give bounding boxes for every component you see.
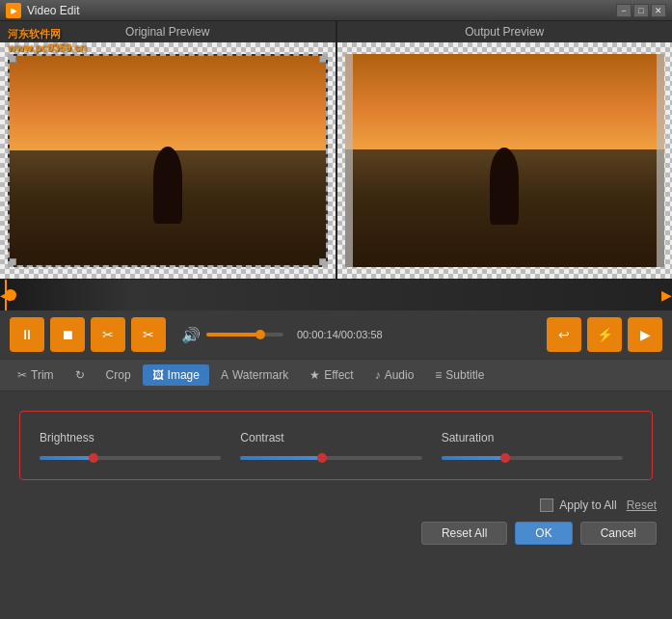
crop-handle-bl[interactable] xyxy=(9,258,16,266)
tab-crop[interactable]: Crop xyxy=(96,364,141,386)
crop-handle-tl[interactable] xyxy=(9,55,16,63)
contrast-fill xyxy=(240,456,322,460)
effect-tab-icon: ★ xyxy=(309,368,320,382)
saturation-group: Saturation xyxy=(432,431,632,460)
timeline-expand-right[interactable]: ▶ xyxy=(661,287,672,303)
brightness-label: Brightness xyxy=(40,431,221,444)
output-preview-panel: Output Preview xyxy=(337,21,673,279)
crop-tab-label: Crop xyxy=(106,368,131,382)
timeline-expand-left[interactable]: ◀ xyxy=(0,287,11,303)
right-bracket xyxy=(657,54,664,267)
ctrl-right-buttons: ↩ ⚡ ▶ xyxy=(547,317,662,352)
image-tab-label: Image xyxy=(168,368,200,382)
brightness-fill xyxy=(40,456,94,460)
volume-section: 🔊 xyxy=(181,326,283,344)
tabs-area: ✂ Trim ↻ Crop 🖼 Image A Watermark ★ Effe… xyxy=(0,359,672,391)
split-button[interactable]: ⚡ xyxy=(587,317,622,352)
brightness-group: Brightness xyxy=(40,431,230,460)
brightness-slider[interactable] xyxy=(40,456,221,460)
effect-tab-label: Effect xyxy=(324,368,353,382)
title-bar: ▶ Video Edit − □ ✕ xyxy=(0,0,672,21)
crop-handle-tr[interactable] xyxy=(319,55,327,63)
contrast-thumb[interactable] xyxy=(317,453,327,463)
left-bracket xyxy=(345,54,353,267)
cut-icon: ✂ xyxy=(102,327,114,342)
output-video-sky xyxy=(345,54,665,149)
time-display: 00:00:14/00:03:58 xyxy=(297,329,383,340)
audio-tab-label: Audio xyxy=(385,368,415,382)
cancel-button[interactable]: Cancel xyxy=(580,522,657,545)
stop-icon: ⏹ xyxy=(61,327,74,342)
subtitle-tab-icon: ≡ xyxy=(435,368,442,382)
settings-panel: Brightness Contrast Saturation xyxy=(0,391,672,499)
watermark-tab-icon: A xyxy=(221,368,228,382)
volume-icon[interactable]: 🔊 xyxy=(181,326,201,344)
export-button[interactable]: ▶ xyxy=(628,317,662,352)
undo-button[interactable]: ↩ xyxy=(547,317,581,352)
controls-area: ⏸ ⏹ ✂ ✂ 🔊 00:00:14/00:03:58 ↩ ⚡ ▶ xyxy=(0,310,672,359)
tab-audio[interactable]: ♪ Audio xyxy=(365,364,424,386)
crop-handle-br[interactable] xyxy=(319,258,327,266)
output-preview-content xyxy=(337,42,673,279)
cut-button[interactable]: ✂ xyxy=(91,317,125,352)
original-video-image xyxy=(10,56,326,265)
tab-image[interactable]: 🖼 Image xyxy=(143,364,209,386)
window-title: Video Edit xyxy=(27,4,616,17)
apply-row: Apply to All Reset xyxy=(0,493,672,518)
original-preview-panel: Original Preview xyxy=(0,21,336,279)
pause-icon: ⏸ xyxy=(20,327,34,342)
saturation-thumb[interactable] xyxy=(500,453,510,463)
maximize-button[interactable]: □ xyxy=(633,4,649,17)
contrast-slider[interactable] xyxy=(240,456,421,460)
saturation-fill xyxy=(442,456,505,460)
apply-to-all-text: Apply to All xyxy=(559,498,616,512)
apply-to-all-checkbox[interactable] xyxy=(540,498,553,512)
timeline-track[interactable]: ◀ ▶ xyxy=(0,280,672,310)
trim-tab-icon: ✂ xyxy=(17,368,27,382)
undo-icon: ↩ xyxy=(558,327,570,342)
volume-thumb[interactable] xyxy=(255,330,265,339)
tab-effect[interactable]: ★ Effect xyxy=(300,364,363,386)
minimize-button[interactable]: − xyxy=(616,4,632,17)
tab-rotate[interactable]: ↻ xyxy=(66,364,94,386)
watermark-tab-label: Watermark xyxy=(232,368,288,382)
contrast-slider-row xyxy=(240,456,421,460)
stop-button[interactable]: ⏹ xyxy=(50,317,85,352)
app-icon: ▶ xyxy=(6,3,21,18)
output-video-image xyxy=(345,54,665,267)
timeline-area[interactable]: ◀ ▶ xyxy=(0,280,672,310)
cut2-icon: ✂ xyxy=(143,327,154,342)
tab-trim[interactable]: ✂ Trim xyxy=(8,364,64,386)
video-sky xyxy=(10,56,326,150)
output-video-person xyxy=(490,148,519,225)
reset-link[interactable]: Reset xyxy=(627,498,657,512)
volume-slider[interactable] xyxy=(206,333,283,336)
audio-tab-icon: ♪ xyxy=(375,368,381,382)
sliders-container: Brightness Contrast Saturation xyxy=(19,411,653,480)
brightness-thumb[interactable] xyxy=(89,453,98,463)
video-person xyxy=(153,147,182,224)
image-tab-icon: 🖼 xyxy=(152,368,164,382)
trim-tab-label: Trim xyxy=(31,368,54,382)
apply-to-all-label[interactable]: Apply to All xyxy=(540,498,616,512)
original-preview-content xyxy=(0,42,336,279)
preview-area: Original Preview Output Preview xyxy=(0,21,672,280)
close-button[interactable]: ✕ xyxy=(651,4,666,17)
tab-subtitle[interactable]: ≡ Subtitle xyxy=(425,364,494,386)
export-icon: ▶ xyxy=(640,327,651,342)
tab-watermark[interactable]: A Watermark xyxy=(211,364,298,386)
saturation-label: Saturation xyxy=(442,431,623,444)
bottom-area: Apply to All Reset Reset All OK Cancel xyxy=(0,499,672,552)
original-video-frame[interactable] xyxy=(8,54,328,267)
pause-button[interactable]: ⏸ xyxy=(10,317,44,352)
cut2-button[interactable]: ✂ xyxy=(131,317,166,352)
split-icon: ⚡ xyxy=(597,327,613,342)
volume-fill xyxy=(206,333,260,336)
saturation-slider[interactable] xyxy=(442,456,623,460)
window-controls: − □ ✕ xyxy=(616,4,666,17)
contrast-group: Contrast xyxy=(230,431,431,460)
reset-all-button[interactable]: Reset All xyxy=(421,522,507,545)
ok-button[interactable]: OK xyxy=(515,522,572,545)
subtitle-tab-label: Subtitle xyxy=(445,368,484,382)
original-preview-label: Original Preview xyxy=(0,21,336,42)
